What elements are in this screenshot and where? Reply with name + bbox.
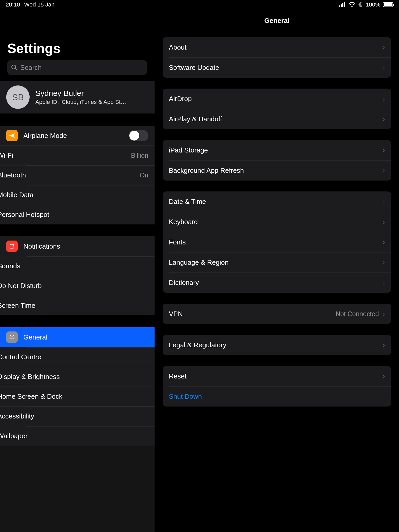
detail-group-storage: iPad Storage › Background App Refresh › <box>163 140 391 181</box>
detail-group-locale: Date & Time › Keyboard › Fonts › Languag… <box>163 191 391 293</box>
sidebar-item-wallpaper[interactable]: Wallpaper <box>0 426 155 446</box>
sidebar-item-screentime[interactable]: Screen Time <box>0 296 155 315</box>
sidebar-item-label: Wi-Fi <box>0 151 125 159</box>
sidebar-group-alerts: Notifications Sounds Do Not Disturb Scre… <box>0 236 155 315</box>
sidebar-item-display[interactable]: AA Display & Brightness <box>0 367 155 387</box>
chevron-right-icon: › <box>383 238 385 246</box>
search-input[interactable]: Search <box>7 60 147 75</box>
sidebar-item-general[interactable]: General <box>0 327 155 347</box>
row-label: Shut Down <box>169 393 202 401</box>
detail-group-legal: Legal & Regulatory › <box>163 335 391 355</box>
row-legal[interactable]: Legal & Regulatory › <box>163 335 391 355</box>
row-fonts[interactable]: Fonts › <box>163 232 391 252</box>
chevron-right-icon: › <box>383 146 385 154</box>
sidebar-item-label: Mobile Data <box>0 191 148 199</box>
row-about[interactable]: About › <box>163 37 391 57</box>
svg-point-12 <box>12 244 14 246</box>
row-label: Software Update <box>169 64 219 72</box>
sidebar-item-label: Airplane Mode <box>23 132 123 140</box>
row-bg-refresh[interactable]: Background App Refresh › <box>163 160 391 181</box>
chevron-right-icon: › <box>383 115 385 123</box>
sidebar-item-label: Notifications <box>23 242 148 250</box>
row-label: Legal & Regulatory <box>169 341 226 349</box>
chevron-right-icon: › <box>383 43 385 51</box>
svg-rect-3 <box>344 2 345 7</box>
chevron-right-icon: › <box>383 218 385 226</box>
svg-point-4 <box>351 6 353 7</box>
battery-icon <box>383 2 393 7</box>
sidebar-item-control-centre[interactable]: Control Centre <box>0 347 155 367</box>
avatar: SB <box>6 85 30 109</box>
row-reset[interactable]: Reset › <box>163 366 391 386</box>
airplane-toggle[interactable] <box>129 130 148 141</box>
profile-subtitle: Apple ID, iCloud, iTunes & App St… <box>35 99 126 105</box>
chevron-right-icon: › <box>383 258 385 267</box>
sidebar-item-label: Display & Brightness <box>0 373 148 381</box>
sidebar-item-notifications[interactable]: Notifications <box>0 236 155 256</box>
sidebar-item-hotspot[interactable]: Personal Hotspot <box>0 205 155 224</box>
sidebar-item-wifi[interactable]: Wi-Fi Billion <box>0 145 155 165</box>
row-date-time[interactable]: Date & Time › <box>163 191 391 212</box>
row-software-update[interactable]: Software Update › <box>163 57 391 78</box>
row-vpn[interactable]: VPN Not Connected › <box>163 304 391 324</box>
row-label: Keyboard <box>169 218 198 226</box>
apple-id-row[interactable]: SB Sydney Butler Apple ID, iCloud, iTune… <box>0 81 155 114</box>
row-label: AirDrop <box>169 95 192 103</box>
row-label: Language & Region <box>169 258 229 267</box>
sidebar-item-label: Accessibility <box>0 412 148 420</box>
row-language[interactable]: Language & Region › <box>163 252 391 272</box>
sidebar-item-airplane[interactable]: Airplane Mode <box>0 126 155 145</box>
chevron-right-icon: › <box>383 372 385 380</box>
row-label: Fonts <box>169 238 186 246</box>
sidebar-item-sounds[interactable]: Sounds <box>0 256 155 276</box>
row-dictionary[interactable]: Dictionary › <box>163 272 391 293</box>
row-label: Date & Time <box>169 198 206 206</box>
sidebar-item-label: General <box>23 333 148 341</box>
sidebar-item-accessibility[interactable]: Accessibility <box>0 406 155 426</box>
chevron-right-icon: › <box>383 197 385 206</box>
svg-rect-2 <box>342 3 343 7</box>
sidebar-item-mobile-data[interactable]: Mobile Data <box>0 185 155 205</box>
sidebar-item-label: Do Not Disturb <box>0 282 148 290</box>
row-label: Reset <box>169 372 187 380</box>
status-date: Wed 15 Jan <box>24 1 55 8</box>
svg-rect-1 <box>341 4 342 7</box>
settings-sidebar: Settings Search SB Sydney Butler Apple I… <box>0 9 155 532</box>
sidebar-item-label: Control Centre <box>0 353 148 361</box>
row-airplay[interactable]: AirPlay & Handoff › <box>163 109 391 129</box>
row-label: Background App Refresh <box>169 167 244 175</box>
svg-point-13 <box>11 336 13 338</box>
page-title: Settings <box>0 9 155 60</box>
chevron-right-icon: › <box>383 95 385 103</box>
wifi-icon <box>349 2 355 7</box>
dnd-moon-icon <box>358 2 363 7</box>
notifications-icon <box>6 241 18 252</box>
airplane-icon <box>6 130 18 141</box>
detail-title: General <box>155 9 399 37</box>
row-label: iPad Storage <box>169 146 208 154</box>
detail-group-reset: Reset › Shut Down <box>163 366 391 407</box>
row-label: About <box>169 43 187 51</box>
profile-name: Sydney Butler <box>35 89 126 98</box>
detail-pane: General About › Software Update › AirDro… <box>155 9 399 532</box>
status-bar: 20:10 Wed 15 Jan 100% <box>0 0 399 9</box>
chevron-right-icon: › <box>383 166 385 175</box>
row-keyboard[interactable]: Keyboard › <box>163 212 391 232</box>
row-label: VPN <box>169 310 183 318</box>
chevron-right-icon: › <box>383 63 385 72</box>
row-ipad-storage[interactable]: iPad Storage › <box>163 140 391 160</box>
row-shutdown[interactable]: Shut Down <box>163 386 391 407</box>
gear-icon <box>6 331 18 343</box>
vpn-value: Not Connected <box>336 310 379 318</box>
sidebar-item-bluetooth[interactable]: Bluetooth On <box>0 165 155 185</box>
svg-rect-0 <box>339 5 340 7</box>
bluetooth-value: On <box>140 171 148 179</box>
sidebar-group-device: General Control Centre AA Display & Brig… <box>0 327 155 446</box>
chevron-right-icon: › <box>383 278 385 287</box>
sidebar-item-dnd[interactable]: Do Not Disturb <box>0 276 155 296</box>
row-airdrop[interactable]: AirDrop › <box>163 89 391 109</box>
sidebar-item-homescreen[interactable]: Home Screen & Dock <box>0 387 155 406</box>
status-time: 20:10 <box>6 1 20 8</box>
cellular-icon <box>339 2 346 7</box>
chevron-right-icon: › <box>383 341 385 349</box>
